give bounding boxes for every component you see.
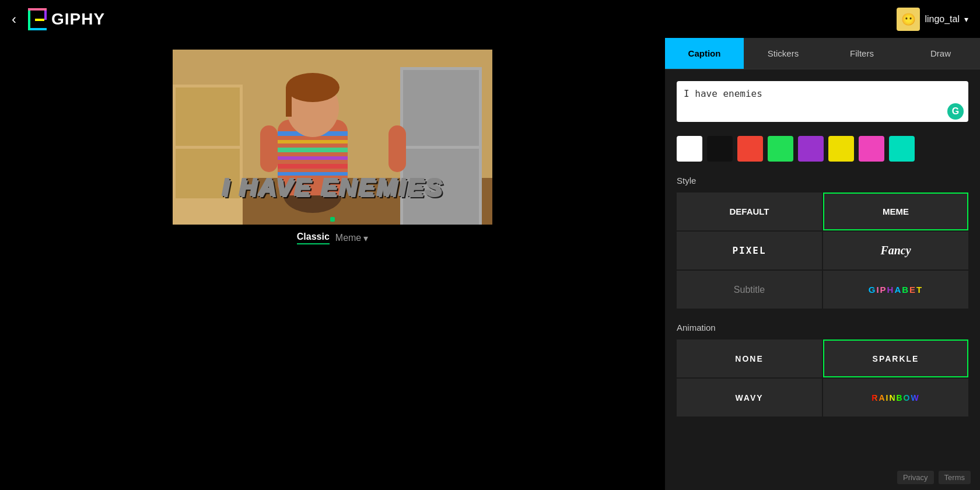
anim-none[interactable]: NONE [677,340,822,377]
svg-rect-3 [30,28,47,30]
color-black[interactable] [707,136,733,162]
grammarly-icon: G [947,103,964,120]
panel-tabs: Caption Stickers Filters Draw [665,38,980,69]
back-button[interactable]: ‹ [12,11,16,27]
color-green[interactable] [768,136,793,162]
animation-label: Animation [677,323,968,332]
style-grid: DEFAULT MEME PIXEL Fancy Subtitle GIPHAB… [677,192,968,309]
style-fancy[interactable]: Fancy [823,232,968,270]
svg-rect-25 [388,125,406,172]
color-teal[interactable] [889,136,915,162]
anim-rainbow[interactable]: RAINBOW [823,379,968,416]
terms-link[interactable]: Terms [939,471,971,484]
style-default[interactable]: DEFAULT [677,192,822,230]
tab-meme[interactable]: Meme ▾ [335,233,368,244]
chevron-down-icon: ▾ [964,15,968,24]
chevron-down-icon: ▾ [363,233,368,244]
color-swatches [677,136,968,162]
privacy-link[interactable]: Privacy [897,471,934,484]
style-giphabet[interactable]: GIPHABET [823,271,968,309]
view-tabs: Classic Meme ▾ [297,232,369,244]
main-content: I HAVE ENEMIES Classic Meme ▾ Caption St… [0,38,980,490]
left-panel: I HAVE ENEMIES Classic Meme ▾ [0,38,665,490]
style-subtitle[interactable]: Subtitle [677,271,822,309]
svg-rect-24 [260,125,278,172]
tab-draw[interactable]: Draw [901,38,980,69]
color-pink[interactable] [859,136,884,162]
color-white[interactable] [677,136,702,162]
color-red[interactable] [737,136,763,162]
username-label: lingo_tal [925,14,960,24]
svg-point-22 [286,73,340,102]
giphy-logo-icon [28,8,47,30]
green-dot-indicator [330,217,335,222]
anim-wavy[interactable]: WAVY [677,379,822,416]
svg-rect-23 [286,88,292,117]
right-panel: Caption Stickers Filters Draw I have ene… [665,38,980,490]
style-meme[interactable]: MEME [823,192,968,230]
svg-rect-8 [176,88,240,146]
style-label: Style [677,176,968,186]
tab-stickers[interactable]: Stickers [744,38,822,69]
caption-display: I HAVE ENEMIES [188,173,476,201]
svg-rect-17 [278,148,348,152]
svg-rect-19 [278,164,348,169]
svg-rect-4 [35,19,44,21]
color-purple[interactable] [798,136,824,162]
user-area[interactable]: 😶 lingo_tal ▾ [897,8,968,31]
svg-rect-11 [403,70,479,146]
svg-rect-16 [278,140,348,144]
animation-grid: NONE SPARKLE WAVY RAINBOW [677,340,968,416]
footer-links: Privacy Terms [897,471,971,484]
caption-input-wrapper: I have enemies G [677,81,968,124]
panel-content: I have enemies G Style DEFAULT MEME PIXE… [665,69,980,428]
tab-filters[interactable]: Filters [822,38,901,69]
avatar: 😶 [897,8,920,31]
gif-preview: I HAVE ENEMIES [173,50,492,225]
svg-rect-0 [28,8,30,30]
logo-text: GIPHY [51,10,105,29]
svg-rect-2 [44,10,47,20]
caption-overlay: I HAVE ENEMIES [188,173,476,201]
logo: GIPHY [28,8,105,30]
caption-input[interactable]: I have enemies [677,81,968,122]
tab-caption[interactable]: Caption [665,38,744,69]
color-yellow[interactable] [828,136,854,162]
anim-sparkle[interactable]: SPARKLE [823,340,968,377]
header: ‹ GIPHY 😶 lingo_tal ▾ [0,0,980,38]
header-left: ‹ GIPHY [12,8,105,30]
style-pixel[interactable]: PIXEL [677,232,822,270]
svg-rect-1 [28,8,47,10]
tab-classic[interactable]: Classic [297,232,330,244]
svg-rect-18 [278,156,348,160]
